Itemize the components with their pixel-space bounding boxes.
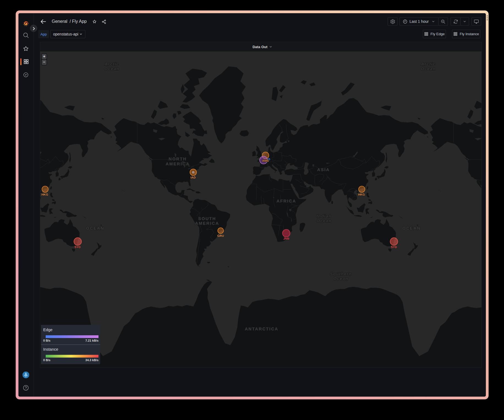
svg-text:AMS: AMS: [262, 159, 269, 163]
svg-text:HKG: HKG: [358, 193, 365, 196]
svg-text:SYD: SYD: [75, 246, 81, 249]
svg-text:JNB: JNB: [283, 237, 289, 240]
svg-text:SYD: SYD: [391, 246, 397, 249]
svg-text:GRU: GRU: [217, 234, 224, 238]
svg-text:HKG: HKG: [42, 193, 48, 196]
svg-text:IAD: IAD: [191, 176, 196, 179]
